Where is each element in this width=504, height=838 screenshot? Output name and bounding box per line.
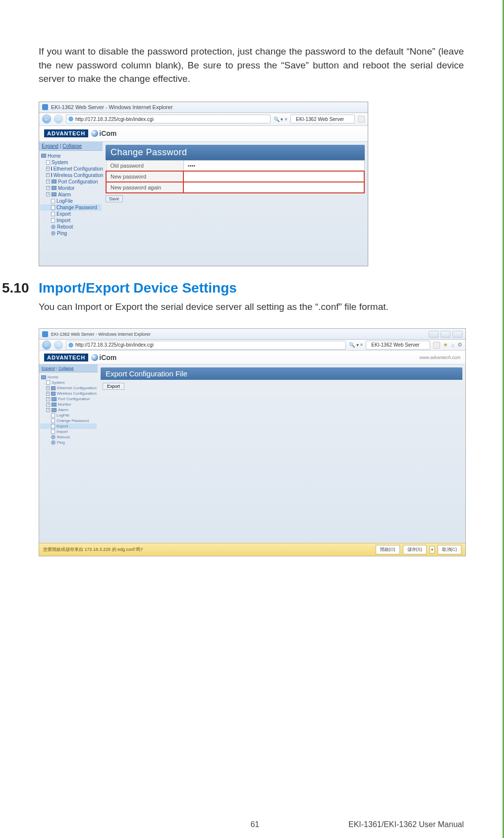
sidebar-item-ping[interactable]: Ping xyxy=(40,440,97,445)
minimize-button[interactable] xyxy=(429,331,439,338)
sidebar-item-label: System xyxy=(52,380,65,385)
table-row: New password again xyxy=(106,182,364,193)
sidebar-item-reboot[interactable]: Reboot xyxy=(40,434,97,440)
collapse-link[interactable]: Collapse xyxy=(62,143,82,149)
sidebar-item-monitor[interactable]: +Monitor xyxy=(40,185,102,191)
browser-tab[interactable]: EKI-1362 Web Server xyxy=(366,341,430,350)
sidebar-item-import[interactable]: Import xyxy=(40,429,97,434)
field-label: New password again xyxy=(106,182,183,193)
tab-close-icon[interactable] xyxy=(433,342,440,349)
page-footer: 61 EKI-1361/EKI-1362 User Manual xyxy=(0,820,464,829)
sidebar-item-port-configuration[interactable]: +Port Configuration xyxy=(40,396,97,402)
sidebar-item-label: Ethernet Configuration xyxy=(57,386,97,390)
field-label: New password xyxy=(106,171,183,182)
sidebar-item-label: Alarm xyxy=(58,192,71,197)
collapse-link[interactable]: Collapse xyxy=(58,366,74,370)
sidebar-item-system[interactable]: System xyxy=(40,380,97,385)
sidebar-item-label: Ping xyxy=(57,231,67,236)
address-bar: ← → http://172.18.3.225/cgi-bin/index.cg… xyxy=(39,340,465,351)
sidebar-item-label: Ping xyxy=(57,440,65,445)
url-text: http://172.18.3.225/cgi-bin/index.cgi xyxy=(75,342,154,348)
sidebar-item-home[interactable]: Home xyxy=(40,153,102,159)
sidebar-item-port-configuration[interactable]: +Port Configuration xyxy=(40,179,102,185)
paragraph-import-export: You can Import or Export the serial devi… xyxy=(39,300,464,314)
sidebar-item-label: System xyxy=(52,160,68,165)
password-field[interactable] xyxy=(183,171,364,182)
back-button[interactable]: ← xyxy=(42,341,51,350)
panel-title: Export Configuration File xyxy=(101,367,462,380)
home-icon[interactable]: ⌂ xyxy=(451,342,454,348)
expand-icon[interactable]: + xyxy=(46,408,50,412)
expand-icon[interactable]: + xyxy=(46,173,50,177)
favorites-icon[interactable]: ★ xyxy=(443,342,448,348)
expand-icon[interactable]: + xyxy=(46,397,50,401)
sidebar-item-system[interactable]: System xyxy=(40,159,102,166)
tab-close-icon[interactable] xyxy=(358,116,365,122)
download-message: 您要開啟或儲存來自 172.18.3.225 的 edg.conf 嗎? xyxy=(43,546,143,553)
cancel-button[interactable]: 取消(C) xyxy=(438,545,462,554)
sidebar-item-monitor[interactable]: +Monitor xyxy=(40,402,97,407)
manual-title: EKI-1361/EKI-1362 User Manual xyxy=(348,820,464,829)
expand-icon[interactable]: + xyxy=(46,386,50,390)
sidebar-item-wireless-configuration[interactable]: +Wireless Configuration xyxy=(40,391,97,396)
sidebar-item-logfile[interactable]: LogFile xyxy=(40,413,97,418)
save-button[interactable]: 儲存(S) xyxy=(403,545,427,554)
url-controls[interactable]: 🔍 ▾ × xyxy=(349,342,363,348)
tools-icon[interactable]: ⚙ xyxy=(457,342,462,348)
sidebar-item-change-password[interactable]: Change Password xyxy=(40,204,102,211)
back-button[interactable]: ← xyxy=(42,115,51,123)
sidebar-item-logfile[interactable]: LogFile xyxy=(40,198,102,204)
password-field[interactable] xyxy=(183,182,364,193)
save-button[interactable]: Save xyxy=(106,195,123,202)
open-button[interactable]: 開啟(O) xyxy=(376,545,400,554)
close-button[interactable] xyxy=(452,331,462,338)
maximize-button[interactable] xyxy=(441,331,450,338)
folder-icon xyxy=(41,154,46,158)
download-bar: 您要開啟或儲存來自 172.18.3.225 的 edg.conf 嗎? 開啟(… xyxy=(39,543,465,556)
brand-bar: ADVANTECH iCom xyxy=(39,126,368,142)
sidebar-item-export[interactable]: Export xyxy=(40,211,102,217)
expand-icon[interactable]: + xyxy=(46,180,50,183)
page-icon xyxy=(46,380,50,385)
save-dropdown-icon[interactable]: ▾ xyxy=(430,546,435,553)
sidebar-item-change-password[interactable]: Change Password xyxy=(40,418,97,423)
advantech-logo: ADVANTECH xyxy=(44,354,88,361)
gear-icon xyxy=(51,231,56,236)
expand-icon[interactable]: + xyxy=(46,186,50,190)
page-icon xyxy=(51,424,55,428)
sidebar-item-export[interactable]: Export xyxy=(40,423,97,429)
sidebar-item-wireless-configuration[interactable]: +Wireless Configuration xyxy=(40,172,102,179)
expand-icon[interactable]: + xyxy=(46,167,50,171)
expand-link[interactable]: Expand xyxy=(42,143,58,149)
icom-text: iCom xyxy=(99,129,116,137)
page-icon xyxy=(51,419,55,423)
password-table: Old password••••New passwordNew password… xyxy=(106,160,365,193)
sidebar-item-ethernet-configuration[interactable]: +Ethernet Configuration xyxy=(40,385,97,391)
forward-button[interactable]: → xyxy=(54,115,63,123)
sidebar-item-ping[interactable]: Ping xyxy=(40,230,102,237)
window-title: EKI-1362 Web Server - Windows Internet E… xyxy=(51,332,151,337)
paragraph-disable-password: If you want to disable the password prot… xyxy=(39,45,464,86)
sidebar-item-home[interactable]: Home xyxy=(40,374,97,380)
url-field[interactable]: http://172.18.3.225/cgi-bin/index.cgi xyxy=(66,341,346,350)
sidebar-item-alarm[interactable]: +Alarm xyxy=(40,191,102,198)
sidebar-item-import[interactable]: Import xyxy=(40,217,102,224)
expand-icon[interactable]: + xyxy=(46,392,50,396)
forward-button[interactable]: → xyxy=(54,341,63,350)
sidebar-item-label: Ethernet Configuration xyxy=(54,166,103,172)
export-button[interactable]: Export xyxy=(103,383,124,390)
tab-label: EKI-1362 Web Server xyxy=(371,342,419,348)
sidebar-item-label: Import xyxy=(56,429,68,434)
sidebar-item-ethernet-configuration[interactable]: +Ethernet Configuration xyxy=(40,166,102,172)
sidebar-item-alarm[interactable]: +Alarm xyxy=(40,407,97,413)
password-field[interactable]: •••• xyxy=(183,160,364,171)
browser-tab[interactable]: EKI-1362 Web Server xyxy=(290,115,355,123)
sidebar-item-reboot[interactable]: Reboot xyxy=(40,224,102,230)
expand-icon[interactable]: + xyxy=(46,192,50,196)
expand-link[interactable]: Expand xyxy=(42,366,55,370)
url-controls[interactable]: 🔍 ▾ × xyxy=(274,117,287,122)
expand-icon[interactable]: + xyxy=(46,403,50,407)
page-number: 61 xyxy=(250,820,259,829)
url-field[interactable]: http://172.18.3.225/cgi-bin/index.cgi xyxy=(66,115,271,123)
folder-icon xyxy=(51,392,56,396)
